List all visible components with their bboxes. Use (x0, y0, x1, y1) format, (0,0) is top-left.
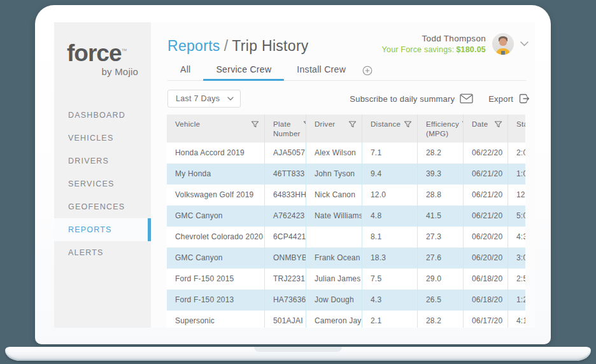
filter-icon[interactable] (251, 120, 259, 129)
cell-distance: 8.1 (362, 227, 417, 248)
savings-amount: $180.05 (456, 45, 486, 54)
table-row[interactable]: Ford F-150 2013HA73636Jow Dough4.326.506… (167, 290, 525, 311)
table-row[interactable]: Volkswagen Golf 201964833HHNick Canon12.… (167, 185, 525, 206)
cell-start: 1:27 (507, 290, 525, 311)
breadcrumb-separator: / (224, 38, 229, 54)
cell-date: 06/21/20 (463, 206, 507, 227)
add-tab-button[interactable] (362, 66, 372, 76)
column-header-start: Start (507, 115, 525, 143)
subscribe-daily-summary-button[interactable]: Subscribe to daily summary (350, 94, 473, 104)
column-header-distance: Distance (362, 115, 417, 143)
cell-vehicle: My Honda (167, 164, 264, 185)
cell-distance: 18.3 (362, 248, 417, 269)
filter-icon[interactable] (494, 120, 502, 129)
sidebar-item-vehicles[interactable]: VEHICLES (54, 127, 151, 150)
cell-plate-number: 6CP4421 (264, 227, 306, 248)
table-row[interactable]: GMC CanyonONMBYBFrank Ocean18.327.606/20… (167, 248, 525, 269)
cell-efficiency-mpg-: 41.5 (417, 206, 463, 227)
export-button[interactable]: Export (488, 93, 530, 104)
table-row[interactable]: My Honda46TT833John Tyson9.439.306/21/20… (167, 164, 525, 185)
cell-driver: Nate Williams (306, 206, 362, 227)
chevron-down-icon (227, 97, 234, 101)
tab-install-crew[interactable]: Install Crew (284, 64, 358, 80)
tab-service-crew[interactable]: Service Crew (203, 64, 284, 80)
user-name: Todd Thompson (382, 34, 486, 43)
table-body: Honda Accord 2019AJA5057Alex Wilson7.128… (167, 143, 525, 328)
app-window: force™ by Mojio DASHBOARDVEHICLESDRIVERS… (54, 22, 535, 328)
cell-distance: 4.3 (362, 290, 417, 311)
column-label: Vehicle (175, 120, 200, 129)
cell-plate-number: 64833HH (264, 185, 306, 206)
date-range-select[interactable]: Last 7 Days (167, 90, 241, 108)
column-label: Driver (315, 120, 335, 129)
column-header-efficiency-mpg-: Efficiency (MPG) (417, 115, 463, 143)
trademark-mark: ™ (121, 48, 127, 54)
cell-plate-number: TRJ2231 (264, 269, 306, 290)
cell-start: 12:0 (507, 185, 525, 206)
table-row[interactable]: Chevrolet Colorado 20206CP44218.127.306/… (167, 227, 525, 248)
cell-plate-number: A762423 (264, 206, 306, 227)
force-savings: Your Force savings:$180.05 (382, 45, 486, 54)
trip-history-table: Vehicle Plate Number Driver Distance Eff… (167, 115, 525, 328)
cell-vehicle: Volkswagen Golf 2019 (167, 185, 264, 206)
cell-start: 2:5 (507, 269, 525, 290)
table-header-row: Vehicle Plate Number Driver Distance Eff… (167, 115, 525, 143)
avatar[interactable] (492, 33, 514, 55)
cell-driver: John Tyson (306, 164, 362, 185)
column-label: Start (516, 120, 525, 129)
cell-driver: Jow Dough (306, 290, 362, 311)
sidebar-item-drivers[interactable]: DRIVERS (54, 150, 151, 172)
cell-vehicle: GMC Canyon (167, 206, 264, 227)
table-row[interactable]: GMC CanyonA762423Nate Williams4.841.506/… (167, 206, 525, 227)
date-range-value: Last 7 Days (176, 94, 220, 103)
cell-vehicle: Chevrolet Colorado 2020 (167, 227, 264, 248)
column-label: Efficiency (MPG) (426, 120, 459, 139)
cell-vehicle: Honda Accord 2019 (167, 143, 264, 164)
cell-date: 06/22/20 (463, 143, 507, 164)
chevron-down-icon[interactable] (520, 41, 529, 46)
cell-distance: 2.1 (362, 311, 417, 328)
logo-tagline: by Mojio (67, 66, 138, 77)
cell-vehicle: Ford F-150 2015 (167, 269, 264, 290)
column-header-vehicle: Vehicle (167, 115, 264, 143)
sidebar-nav: DASHBOARDVEHICLESDRIVERSSERVICESGEOFENCE… (54, 104, 151, 264)
cell-distance: 7.1 (362, 143, 417, 164)
sidebar-item-dashboard[interactable]: DASHBOARD (54, 104, 151, 127)
column-label: Date (472, 120, 488, 129)
cell-driver: Alex Wilson (306, 143, 362, 164)
filter-icon[interactable] (348, 120, 357, 129)
cell-vehicle: GMC Canyon (167, 248, 264, 269)
table-row[interactable]: Honda Accord 2019AJA5057Alex Wilson7.128… (167, 143, 525, 164)
breadcrumb-link-reports[interactable]: Reports (167, 38, 220, 54)
sidebar: force™ by Mojio DASHBOARDVEHICLESDRIVERS… (54, 22, 151, 328)
column-label: Plate Number (273, 120, 301, 139)
cell-distance: 7.5 (362, 269, 417, 290)
plus-circle-icon (362, 66, 372, 76)
cell-driver: Nick Canon (306, 185, 362, 206)
cell-efficiency-mpg-: 28.2 (417, 143, 463, 164)
cell-start: 2:0 (507, 143, 525, 164)
logo-force: force™ (67, 41, 151, 65)
savings-label: Your Force savings: (382, 45, 455, 54)
brand-logo: force™ by Mojio (54, 22, 151, 77)
cell-date: 06/18/20 (463, 269, 507, 290)
cell-driver: Frank Ocean (306, 248, 362, 269)
cell-driver: Cameron Jay (306, 311, 362, 328)
cell-distance: 12.0 (362, 185, 417, 206)
cell-efficiency-mpg-: 29.0 (417, 269, 463, 290)
sidebar-item-reports[interactable]: REPORTS (54, 218, 151, 241)
laptop-notch (254, 347, 342, 352)
cell-date: 06/20/20 (463, 248, 507, 269)
cell-date: 06/21/20 (463, 185, 507, 206)
cell-efficiency-mpg-: 26.5 (417, 290, 463, 311)
filter-icon[interactable] (404, 120, 412, 129)
tab-all[interactable]: All (167, 64, 203, 80)
sidebar-item-alerts[interactable]: ALERTS (54, 241, 151, 264)
user-menu[interactable]: Todd Thompson Your Force savings:$180.05 (382, 33, 529, 55)
cell-plate-number: ONMBYB (264, 248, 306, 269)
sidebar-item-services[interactable]: SERVICES (54, 172, 151, 195)
tab-bar: AllService CrewInstall Crew (167, 64, 526, 81)
table-row[interactable]: Ford F-150 2015TRJ2231Julian James7.529.… (167, 269, 525, 290)
table-row[interactable]: Supersonic501AJAICameron Jay2.128.206/17… (167, 311, 525, 328)
sidebar-item-geofences[interactable]: GEOFENCES (54, 195, 151, 218)
